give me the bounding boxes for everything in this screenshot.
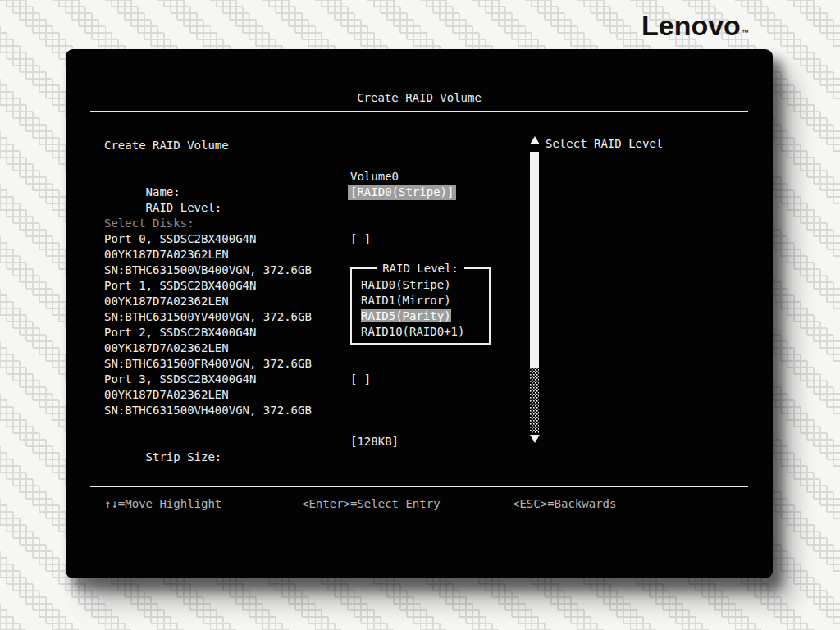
hint-backwards: <ESC>=Backwards [513,496,616,512]
spacer [104,153,539,169]
scrollbar [529,136,540,448]
raid-level-option[interactable]: RAID5(Parity) [361,308,489,324]
disk-fru-line: 00YK187D7A02362LEN [104,387,539,403]
hint-move-highlight: ↑↓=Move Highlight [104,496,221,512]
spacer [104,418,539,434]
disk-port-line: Port 3, SSDSC2BX400G4N[ ] [104,372,539,387]
disk-serial-line: SN:BTHC631500VH400VGN, 372.6GB [104,403,539,418]
raid-level-option[interactable]: RAID10(RAID0+1) [361,324,489,340]
scrollbar-track [530,368,539,433]
select-disks-label: Select Disks: [104,216,539,231]
bios-window: Create RAID Volume Create RAID Volume Na… [66,49,773,578]
raid-level-dropdown[interactable]: [RAID0(Stripe)] [348,185,456,200]
spacer [104,200,539,216]
disk-port-line: Port 0, SSDSC2BX400G4N[ ] [104,231,539,247]
hint-select-entry: <Enter>=Select Entry [302,496,441,512]
raid-level-popup-title: RAID Level: [352,261,489,276]
raid-level-row: RAID Level: [RAID0(Stripe)] [104,185,539,200]
lenovo-logo: Lenovo™ [641,10,749,42]
strip-size-row: Strip Size: [128KB] [104,434,539,450]
scroll-down-icon[interactable] [530,435,540,443]
raid-level-options: RAID0(Stripe)RAID1(Mirror)RAID5(Parity)R… [352,269,489,340]
disk-select-checkbox[interactable]: [ ] [350,372,371,387]
hint-bar-divider-bottom [90,532,748,532]
hint-bar-divider-top [90,486,748,487]
title-divider [90,111,748,112]
raid-level-popup: RAID Level: RAID0(Stripe)RAID1(Mirror)RA… [350,267,491,345]
scroll-up-icon[interactable] [530,136,540,144]
scrollbar-thumb[interactable] [530,152,539,368]
raid-level-option[interactable]: RAID0(Stripe) [361,277,489,293]
raid-level-option[interactable]: RAID1(Mirror) [361,293,489,308]
name-field-row: Name: Volume0 [104,169,539,185]
help-text: Select RAID Level [546,136,663,152]
strip-size-label: Strip Size: [146,450,222,463]
form-heading: Create RAID Volume [104,138,539,153]
page-title: Create RAID Volume [66,91,773,104]
strip-size-dropdown[interactable]: [128KB] [350,434,399,450]
name-input-value[interactable]: Volume0 [350,169,399,185]
trademark-symbol: ™ [742,29,749,37]
disk-select-checkbox[interactable]: [ ] [350,231,371,247]
disk-serial-line: SN:BTHC631500FR400VGN, 372.6GB [104,356,539,372]
